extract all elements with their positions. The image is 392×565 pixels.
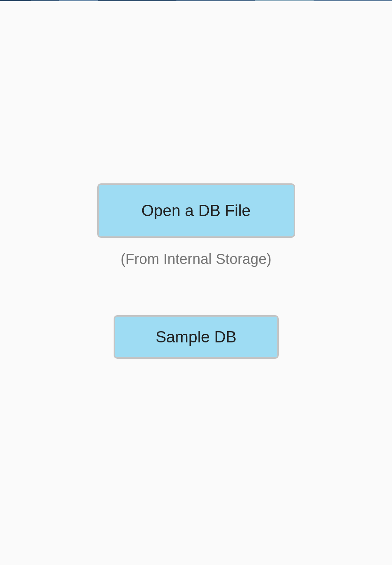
open-db-file-button[interactable]: Open a DB File bbox=[97, 183, 295, 238]
storage-source-label: (From Internal Storage) bbox=[121, 251, 271, 267]
top-edge-decoration bbox=[0, 0, 392, 1]
sample-db-button[interactable]: Sample DB bbox=[114, 315, 279, 359]
main-content: Open a DB File (From Internal Storage) S… bbox=[0, 0, 392, 359]
